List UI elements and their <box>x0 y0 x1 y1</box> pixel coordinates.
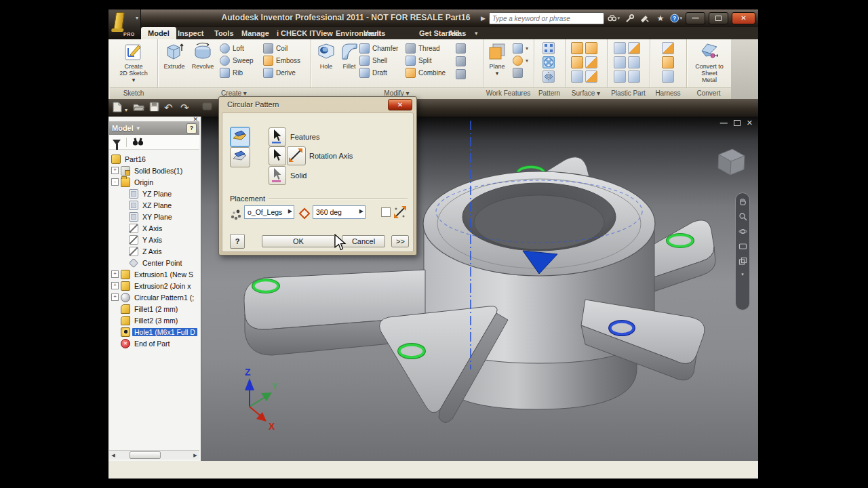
pattern-individual-features-button[interactable] <box>230 127 250 147</box>
stitch-icon[interactable] <box>571 42 583 54</box>
look-at-icon[interactable] <box>738 242 747 251</box>
open-icon[interactable] <box>133 102 145 113</box>
count-input[interactable]: o_Of_Legs▶ <box>244 205 294 219</box>
loft-button[interactable]: Loft <box>220 43 254 53</box>
derive-button[interactable]: Derive <box>263 68 300 77</box>
search-binoculars-icon[interactable]: ▾ <box>608 13 620 24</box>
browser-header[interactable]: Model ▼ ? <box>109 121 199 135</box>
save-icon[interactable] <box>149 102 159 114</box>
maximize-button[interactable] <box>709 12 728 24</box>
doc-restore-icon[interactable] <box>734 120 741 126</box>
snap-fit-icon[interactable] <box>628 56 640 68</box>
communication-center-icon[interactable] <box>639 13 651 24</box>
chamfer-button[interactable]: Chamfer <box>359 43 398 53</box>
tree-item-fillet2-3-mm[interactable]: Fillet2 (3 mm) <box>110 314 199 326</box>
filter-funnel-icon[interactable] <box>113 140 121 145</box>
split-button[interactable]: Split <box>406 56 446 65</box>
tree-item-origin[interactable]: -Origin <box>110 176 199 188</box>
tree-item-fillet1-2-mm[interactable]: Fillet1 (2 mm) <box>110 303 199 314</box>
browser-help-icon[interactable]: ? <box>186 123 197 134</box>
orbit-icon[interactable] <box>738 227 747 236</box>
route-icon[interactable] <box>662 56 674 68</box>
copy-object-icon[interactable] <box>456 56 466 66</box>
browser-horizontal-scrollbar[interactable]: ◀ ▶ <box>109 450 199 460</box>
rule-fillet-icon[interactable] <box>614 70 626 83</box>
doc-minimize-icon[interactable]: — <box>720 119 728 127</box>
sweep-button[interactable]: Sweep <box>220 56 254 65</box>
find-binoculars-icon[interactable] <box>132 138 144 146</box>
new-file-icon[interactable] <box>113 102 122 115</box>
extend-icon[interactable] <box>571 70 583 83</box>
rib-button[interactable]: Rib <box>220 68 254 77</box>
solid-select-button[interactable] <box>269 166 286 185</box>
tree-item-hole1-m6x1-full-d[interactable]: Hole1 (M6x1 Full D <box>110 326 199 338</box>
navbar-more-icon[interactable]: ▾ <box>741 272 744 277</box>
delete-face-icon[interactable] <box>585 70 597 83</box>
zoom-icon[interactable] <box>738 212 747 221</box>
pattern-entire-solid-button[interactable] <box>230 147 250 167</box>
circular-pattern-icon[interactable] <box>542 56 555 68</box>
view-cube[interactable] <box>713 144 749 178</box>
tab-inspect[interactable]: Inspect <box>171 27 211 39</box>
move-bodies-icon[interactable] <box>456 69 466 79</box>
favorites-star-icon[interactable]: ★ <box>654 13 667 24</box>
tree-item-solid-bodies-1[interactable]: +Solid Bodies(1) <box>110 165 199 176</box>
collapse-icon[interactable]: - <box>111 178 119 186</box>
wrench-icon[interactable] <box>623 13 635 24</box>
tab-vault[interactable]: Vault <box>357 27 388 39</box>
work-ucs-icon[interactable] <box>513 68 523 78</box>
tree-item-x-axis[interactable]: X Axis <box>110 222 199 234</box>
minimize-button[interactable]: — <box>686 12 705 24</box>
tree-item-z-axis[interactable]: Z Axis <box>110 245 199 257</box>
coil-button[interactable]: Coil <box>263 43 300 53</box>
tree-item-yz-plane[interactable]: YZ Plane <box>110 188 199 199</box>
plane-button[interactable]: Plane▾ <box>484 41 510 77</box>
dialog-close-button[interactable]: ✕ <box>388 99 412 110</box>
midplane-checkbox[interactable] <box>381 207 391 217</box>
undo-icon[interactable]: ↶ <box>164 102 173 113</box>
scroll-left-icon[interactable]: ◀ <box>109 453 117 458</box>
expand-icon[interactable]: + <box>111 270 119 278</box>
extrude-button[interactable]: Extrude <box>160 41 189 70</box>
count-flyout-icon[interactable]: ▶ <box>288 208 292 214</box>
navigation-bar[interactable]: ▾ <box>735 192 750 310</box>
angle-flyout-icon[interactable]: ▶ <box>359 208 363 214</box>
rectangular-pattern-icon[interactable] <box>542 42 555 54</box>
browser-close-icon[interactable]: ✕ <box>193 116 198 123</box>
new-file-dropdown-icon[interactable]: ▾ <box>125 104 127 116</box>
expand-icon[interactable]: + <box>111 293 119 301</box>
close-button[interactable]: ✕ <box>732 12 755 24</box>
rotation-axis-icon-button[interactable] <box>287 146 306 165</box>
expand-arrow-icon[interactable]: ▶ <box>481 15 486 22</box>
dialog-help-button[interactable]: ? <box>230 234 245 249</box>
tree-item-xz-plane[interactable]: XZ Plane <box>110 199 199 211</box>
more-button[interactable]: >> <box>391 235 409 247</box>
lip-icon[interactable] <box>628 70 640 83</box>
help-search-input[interactable] <box>489 12 604 24</box>
tree-item-part16[interactable]: Part16 <box>110 153 199 165</box>
unroute-icon[interactable] <box>662 70 674 83</box>
draft-button[interactable]: Draft <box>359 68 398 77</box>
emboss-button[interactable]: Emboss <box>263 56 300 65</box>
expand-icon[interactable]: + <box>111 167 119 174</box>
pan-hand-icon[interactable] <box>738 197 747 206</box>
tree-item-extrusion2-join-x[interactable]: +Extrusion2 (Join x <box>110 280 199 291</box>
revolve-button[interactable]: Revolve <box>189 41 217 70</box>
tab-overflow-icon[interactable]: ▾ <box>475 30 478 37</box>
doc-close-icon[interactable]: ✕ <box>747 119 753 127</box>
cancel-button[interactable]: Cancel <box>342 235 385 247</box>
work-axis-icon[interactable] <box>513 43 523 54</box>
boundary-patch-icon[interactable] <box>585 42 597 54</box>
boss-icon[interactable] <box>628 42 640 54</box>
application-menu-button[interactable]: PRO ▾ <box>108 9 141 39</box>
rotation-axis-select-button[interactable] <box>269 146 286 165</box>
scrollbar-thumb[interactable] <box>130 451 161 459</box>
scroll-right-icon[interactable]: ▶ <box>191 453 199 458</box>
circular-pattern-dialog[interactable]: Circular Pattern ✕ Features Rotation Axi… <box>218 96 417 256</box>
tree-item-end-of-part[interactable]: ×End of Part <box>110 338 199 349</box>
view-face-icon[interactable] <box>738 257 747 266</box>
sculpt-icon[interactable] <box>571 56 583 68</box>
shell-button[interactable]: Shell <box>359 56 398 65</box>
create-2d-sketch-button[interactable]: Create2D Sketch ▾ <box>119 41 148 83</box>
rest-icon[interactable] <box>614 56 626 68</box>
